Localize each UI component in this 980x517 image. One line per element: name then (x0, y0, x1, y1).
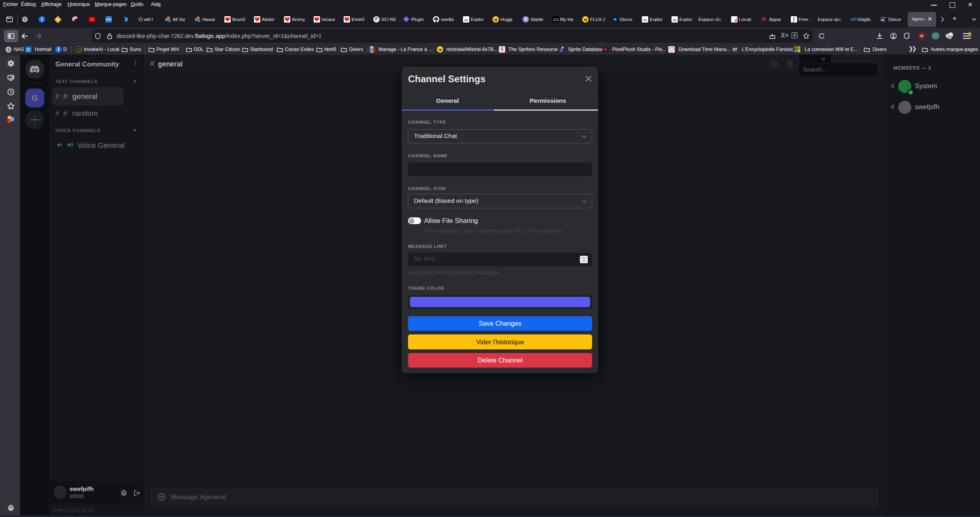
svg-text:u0: u0 (920, 34, 923, 37)
